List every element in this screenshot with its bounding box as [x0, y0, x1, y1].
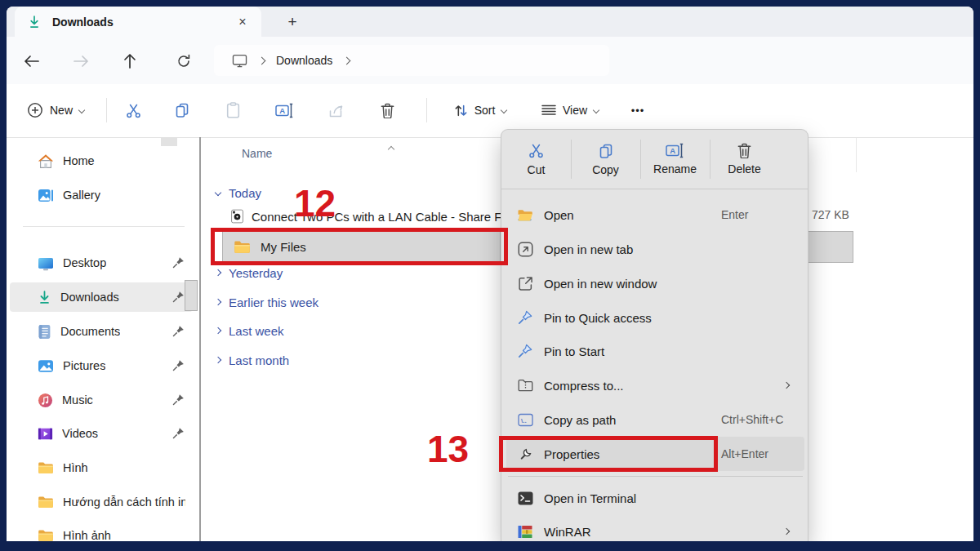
- breadcrumb-chevron-icon: [258, 56, 266, 64]
- quick-delete-button[interactable]: Delete: [710, 130, 779, 189]
- sidebar-item-desktop[interactable]: Desktop: [10, 248, 193, 278]
- share-icon: [327, 103, 344, 118]
- chevron-right-icon: [215, 299, 221, 305]
- annotation-box-13: [499, 436, 718, 472]
- sidebar-item-music[interactable]: Music: [10, 385, 193, 415]
- quick-copy-button[interactable]: Copy: [571, 130, 640, 189]
- download-icon: [38, 291, 51, 304]
- rename-icon: A: [666, 143, 684, 158]
- group-label: Last month: [229, 353, 289, 367]
- copy-button[interactable]: [159, 94, 205, 127]
- this-pc-icon[interactable]: [232, 54, 247, 68]
- quick-action-label: Copy: [592, 163, 619, 176]
- chevron-down-icon: [78, 107, 85, 113]
- menu-item-open-in-new-tab[interactable]: Open in new tab: [506, 232, 804, 266]
- sidebar-item-label: Hình: [63, 461, 88, 474]
- group-header-last-week[interactable]: Last week: [216, 321, 284, 340]
- sidebar-item-hinh[interactable]: Hình: [10, 453, 193, 482]
- pin-icon: [172, 325, 185, 337]
- group-header-today[interactable]: Today: [216, 183, 261, 202]
- trash-icon: [381, 103, 394, 118]
- breadcrumb-item-downloads[interactable]: Downloads: [276, 54, 332, 67]
- chevron-down-icon: [593, 107, 599, 113]
- winrar-icon: [517, 523, 533, 540]
- copy-icon: [174, 102, 190, 118]
- sidebar-item-label: Pictures: [63, 359, 105, 372]
- sort-button[interactable]: Sort: [438, 94, 523, 127]
- folder-open-icon: [517, 207, 533, 223]
- tab-bar: Downloads × +: [7, 7, 973, 37]
- paste-button[interactable]: [210, 94, 256, 127]
- new-tab-button[interactable]: +: [281, 11, 304, 33]
- quick-cut-button[interactable]: Cut: [501, 130, 571, 189]
- sidebar-item-hinh-anh[interactable]: Hình ảnh: [10, 521, 193, 541]
- sidebar-item-label: Hướng dẫn cách tính in: [63, 495, 185, 509]
- tab-downloads[interactable]: Downloads ×: [15, 7, 261, 37]
- sidebar-divider: [23, 226, 185, 227]
- menu-shortcut: Enter: [721, 208, 748, 221]
- svg-text:A: A: [670, 146, 675, 155]
- sidebar-item-label: Music: [62, 393, 93, 407]
- menu-item-label: Pin to Quick access: [544, 311, 652, 325]
- sidebar-item-videos[interactable]: Videos: [10, 419, 193, 448]
- group-header-last-month[interactable]: Last month: [216, 350, 289, 370]
- quick-actions-divider: [640, 140, 641, 179]
- breadcrumb: Downloads: [214, 45, 609, 76]
- quick-rename-button[interactable]: A Rename: [640, 130, 710, 189]
- menu-item-pin-to-start[interactable]: Pin to Start: [506, 334, 804, 368]
- breadcrumb-chevron-icon: [343, 56, 351, 64]
- desktop-icon: [38, 256, 54, 271]
- group-header-yesterday[interactable]: Yesterday: [216, 263, 283, 282]
- forward-button[interactable]: [70, 51, 91, 72]
- menu-item-open-in-new-window[interactable]: Open in new window: [506, 266, 804, 300]
- sidebar-item-downloads[interactable]: Downloads: [10, 282, 193, 312]
- tab-close-icon[interactable]: ×: [234, 13, 252, 31]
- sidebar-item-label: Gallery: [63, 189, 100, 202]
- back-button[interactable]: [21, 51, 42, 72]
- column-header-name[interactable]: Name: [242, 147, 272, 160]
- sidebar-scroll-top[interactable]: [161, 137, 177, 146]
- up-button[interactable]: [119, 51, 140, 72]
- view-button[interactable]: View: [529, 94, 611, 127]
- menu-item-compress-to[interactable]: Compress to...: [506, 368, 804, 402]
- menu-item-pin-to-quick-access[interactable]: Pin to Quick access: [506, 300, 804, 335]
- context-menu-quick-actions: Cut Copy A Rename Delete: [501, 130, 808, 189]
- sidebar-item-gallery[interactable]: Gallery: [10, 180, 193, 210]
- compress-icon: [517, 377, 533, 393]
- file-explorer-window: Downloads × + Downloads: [7, 7, 973, 541]
- delete-button[interactable]: [364, 94, 410, 127]
- group-header-earlier-this-week[interactable]: Earlier this week: [216, 292, 318, 312]
- menu-item-label: Compress to...: [544, 379, 624, 393]
- refresh-button[interactable]: [173, 51, 194, 72]
- see-more-button[interactable]: •••: [621, 94, 655, 127]
- new-button[interactable]: New: [16, 94, 95, 127]
- menu-item-label: Open in new window: [544, 277, 657, 291]
- menu-item-copy-as-path[interactable]: \.. Copy as path Ctrl+Shift+C: [506, 402, 804, 437]
- sidebar-item-documents[interactable]: Documents: [10, 317, 193, 346]
- trash-icon: [737, 143, 751, 158]
- menu-item-open-in-terminal[interactable]: Open in Terminal: [506, 481, 804, 515]
- menu-item-open[interactable]: Open Enter: [506, 198, 804, 232]
- sidebar-item-pictures[interactable]: Pictures: [10, 351, 193, 380]
- chevron-right-icon: [215, 269, 221, 276]
- cut-button[interactable]: [110, 94, 156, 127]
- context-menu-divider: [508, 476, 803, 477]
- rename-button[interactable]: A: [261, 94, 307, 127]
- sidebar-scrollbar-thumb[interactable]: [185, 280, 198, 311]
- sidebar-item-home[interactable]: Home: [10, 146, 193, 176]
- pin-icon: [172, 359, 185, 371]
- paste-icon: [226, 102, 240, 118]
- menu-item-label: Pin to Start: [544, 344, 604, 358]
- svg-text:A: A: [279, 106, 285, 115]
- pictures-icon: [38, 358, 54, 374]
- scroll-up-icon[interactable]: [389, 140, 394, 155]
- screenshot-stage: Downloads × + Downloads: [0, 0, 980, 551]
- sidebar-item-huong-dan[interactable]: Hướng dẫn cách tính in: [10, 487, 193, 517]
- share-button[interactable]: [313, 94, 359, 127]
- content-top-divider: [7, 137, 973, 138]
- quick-action-label: Cut: [528, 163, 546, 176]
- document-icon: [38, 324, 51, 340]
- file-row-connect-two-pcs[interactable]: Connect Two PCs with a LAN Cable - Share…: [207, 202, 501, 230]
- menu-item-winrar[interactable]: WinRAR: [506, 514, 804, 541]
- menu-item-label: Open in Terminal: [544, 491, 636, 505]
